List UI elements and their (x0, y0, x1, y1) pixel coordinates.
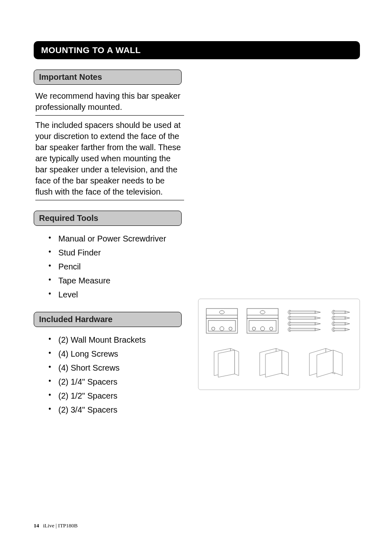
svg-marker-27 (315, 328, 321, 331)
svg-point-13 (252, 327, 256, 330)
footer-model: ITP180B (58, 522, 78, 529)
list-item-label: (2) 1/4" Spacers (58, 377, 118, 386)
list-item-label: (2) Wall Mount Brackets (58, 335, 146, 344)
list-item: (4) Short Screws (48, 361, 186, 375)
list-item: (2) 3/4" Spacers (48, 403, 186, 417)
svg-point-6 (220, 327, 224, 331)
list-item: Manual or Power Screwdriver (48, 232, 186, 246)
list-item-label: Manual or Power Screwdriver (58, 234, 166, 243)
list-item: (2) 1/4" Spacers (48, 375, 186, 389)
svg-rect-29 (334, 311, 345, 313)
list-item: Pencil (48, 260, 186, 274)
note-divider (35, 115, 184, 116)
list-item: (2) 1/2" Spacers (48, 389, 186, 403)
hardware-illustration (198, 299, 360, 390)
svg-rect-17 (290, 311, 315, 313)
required-tools-heading: Required Tools (34, 211, 182, 226)
list-item: Level (48, 288, 186, 302)
wall-mount-bracket-icon (206, 308, 238, 334)
svg-point-9 (260, 311, 265, 314)
svg-rect-23 (290, 323, 315, 325)
svg-marker-30 (345, 311, 350, 313)
svg-marker-24 (315, 323, 321, 325)
note-divider (35, 200, 184, 200)
svg-marker-42 (218, 350, 235, 377)
svg-point-5 (212, 327, 215, 330)
section-title-text: MOUNTING TO A WALL (41, 45, 141, 55)
list-item-label: Level (58, 290, 78, 299)
svg-marker-18 (315, 311, 321, 313)
footer-sep: | (54, 522, 58, 529)
footer-brand: iLive (43, 522, 54, 529)
svg-point-7 (229, 327, 232, 330)
footer-page-number: 14 (34, 522, 39, 529)
page-footer: 14 iLive | ITP180B (34, 522, 78, 529)
list-item-label: (4) Short Screws (58, 363, 120, 372)
important-notes-heading: Important Notes (34, 70, 182, 85)
svg-marker-46 (265, 350, 282, 377)
svg-rect-26 (290, 328, 315, 331)
svg-marker-51 (333, 350, 342, 376)
svg-marker-21 (315, 317, 321, 319)
important-notes-para2: The included spacers should be used at y… (35, 120, 184, 197)
svg-marker-50 (317, 350, 333, 377)
svg-rect-38 (334, 328, 345, 331)
svg-marker-43 (235, 350, 239, 376)
svg-marker-36 (345, 323, 350, 325)
list-item-label: Tape Measure (58, 276, 111, 285)
svg-marker-33 (345, 317, 350, 319)
list-item-label: (2) 1/2" Spacers (58, 391, 118, 400)
wall-mount-bracket-icon (247, 308, 279, 334)
list-item-label: Pencil (58, 262, 81, 271)
important-notes-para1: We recommend having this bar speaker pro… (35, 91, 184, 113)
long-screw-set-icon (288, 309, 323, 332)
list-item: Stud Finder (48, 246, 186, 260)
required-tools-list: Manual or Power Screwdriver Stud Finder … (34, 232, 186, 302)
included-hardware-heading: Included Hardware (34, 312, 182, 327)
spacer-three-quarter-icon (306, 348, 349, 380)
spacer-half-icon (256, 348, 295, 380)
required-tools-heading-text: Required Tools (39, 214, 98, 223)
svg-point-1 (219, 311, 224, 314)
important-notes-body: We recommend having this bar speaker pro… (34, 91, 186, 200)
svg-point-14 (261, 327, 265, 331)
list-item-label: (2) 3/4" Spacers (58, 405, 118, 414)
section-title-bar: MOUNTING TO A WALL (34, 41, 360, 59)
svg-rect-20 (290, 317, 315, 319)
svg-point-15 (270, 327, 273, 330)
important-notes-heading-text: Important Notes (39, 72, 102, 81)
list-item: Tape Measure (48, 274, 186, 288)
list-item-label: Stud Finder (58, 248, 101, 257)
svg-marker-39 (345, 328, 350, 331)
short-screw-set-icon (332, 309, 352, 332)
list-item: (4) Long Screws (48, 347, 186, 361)
list-item-label: (4) Long Screws (58, 349, 118, 358)
svg-rect-32 (334, 317, 345, 319)
included-hardware-heading-text: Included Hardware (39, 315, 113, 324)
svg-marker-47 (282, 350, 288, 376)
spacer-quarter-icon (209, 348, 244, 380)
list-item: (2) Wall Mount Brackets (48, 333, 186, 347)
included-hardware-list: (2) Wall Mount Brackets (4) Long Screws … (34, 333, 186, 417)
svg-rect-35 (334, 323, 345, 325)
